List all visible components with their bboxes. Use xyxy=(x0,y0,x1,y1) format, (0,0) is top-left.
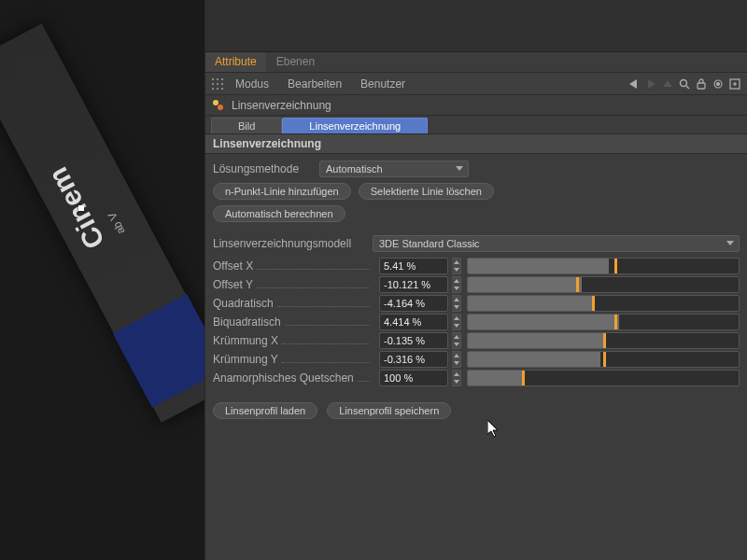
param-slider[interactable] xyxy=(467,276,740,293)
param-label: Anamorphisches Quetschen xyxy=(213,371,354,385)
lock-icon[interactable] xyxy=(695,77,708,91)
svg-rect-8 xyxy=(221,88,223,90)
btn-load-lens-profile[interactable]: Linsenprofil laden xyxy=(213,402,317,419)
subtab-bild[interactable]: Bild xyxy=(211,118,282,133)
svg-rect-14 xyxy=(698,83,705,89)
btn-add-npoint-line[interactable]: n-Punkt-Linie hinzufügen xyxy=(213,183,351,200)
param-value-field[interactable]: -4.164 % xyxy=(379,295,448,312)
param-value-field[interactable]: 4.414 % xyxy=(379,314,448,330)
editor-header-gap xyxy=(205,0,747,52)
attribute-menubar: Modus Bearbeiten Benutzer xyxy=(205,73,747,95)
spline-handle[interactable] xyxy=(78,205,84,211)
viewport[interactable]: Cinem ab V xyxy=(0,0,205,560)
object-header: Linsenverzeichnung xyxy=(205,95,747,116)
param-value-field[interactable]: 5.41 % xyxy=(379,258,448,274)
svg-marker-10 xyxy=(648,79,655,89)
param-slider[interactable] xyxy=(467,258,740,274)
svg-line-13 xyxy=(686,86,689,89)
param-spinner[interactable] xyxy=(452,314,461,330)
attribute-subtabs: Bild Linsenverzeichnung xyxy=(205,116,747,134)
param-label: Biquadratisch xyxy=(213,315,281,329)
tab-ebenen[interactable]: Ebenen xyxy=(267,52,324,72)
svg-rect-6 xyxy=(212,88,214,90)
svg-rect-2 xyxy=(221,78,223,80)
param-row: Quadratisch-4.164 % xyxy=(213,294,740,313)
param-label: Offset X xyxy=(213,259,253,273)
lens-distortion-icon xyxy=(211,98,226,113)
label-distortion-model: Linsenverzeichnungsmodell xyxy=(213,237,367,250)
param-label: Quadratisch xyxy=(213,297,274,310)
menu-bearbeiten[interactable]: Bearbeiten xyxy=(280,76,349,92)
menu-modus[interactable]: Modus xyxy=(228,76,276,92)
param-spinner[interactable] xyxy=(452,295,461,312)
param-spinner[interactable] xyxy=(452,276,461,293)
footer-buttons: Linsenprofil laden Linsenprofil speicher… xyxy=(205,395,747,427)
param-row: Biquadratisch4.414 % xyxy=(213,313,740,331)
param-row: Krümmung Y-0.316 % xyxy=(213,350,740,369)
row-solver-method: Lösungsmethode Automatisch xyxy=(213,160,740,178)
section-header: Linsenverzeichnung xyxy=(205,134,747,154)
subtab-lens[interactable]: Linsenverzeichnung xyxy=(282,118,428,133)
svg-marker-11 xyxy=(663,80,672,87)
param-label: Krümmung Y xyxy=(213,353,278,366)
param-slider[interactable] xyxy=(467,295,740,312)
param-row: Offset X5.41 % xyxy=(213,257,740,275)
svg-rect-0 xyxy=(212,78,214,80)
search-icon[interactable] xyxy=(678,77,691,91)
param-value-field[interactable]: 100 % xyxy=(379,370,448,386)
svg-marker-9 xyxy=(629,79,637,89)
param-slider[interactable] xyxy=(467,314,740,330)
tab-attribute[interactable]: Attribute xyxy=(205,52,266,72)
param-spinner[interactable] xyxy=(452,351,461,368)
panel-tabs: Attribute Ebenen xyxy=(205,52,747,73)
row-distortion-model: Linsenverzeichnungsmodell 3DE Standard C… xyxy=(213,234,740,253)
param-label: Krümmung X xyxy=(213,334,278,347)
param-row: Krümmung X-0.135 % xyxy=(213,331,740,350)
param-row: Offset Y-10.121 % xyxy=(213,275,740,294)
param-row: Anamorphisches Quetschen100 % xyxy=(213,369,740,387)
select-solver-method[interactable]: Automatisch xyxy=(319,161,469,177)
select-distortion-model[interactable]: 3DE Standard Classic xyxy=(373,235,740,252)
param-spinner[interactable] xyxy=(452,332,461,349)
btn-delete-selected-line[interactable]: Selektierte Linie löschen xyxy=(359,183,494,200)
viewport-content: Cinem ab V xyxy=(0,0,205,554)
svg-rect-4 xyxy=(217,83,218,85)
param-label: Offset Y xyxy=(213,278,253,291)
svg-rect-1 xyxy=(217,78,218,80)
param-spinner[interactable] xyxy=(452,258,461,274)
param-slider[interactable] xyxy=(467,370,740,386)
param-slider[interactable] xyxy=(467,351,740,368)
new-window-icon[interactable] xyxy=(728,77,741,91)
svg-point-12 xyxy=(681,79,687,86)
svg-rect-5 xyxy=(221,83,223,85)
svg-rect-3 xyxy=(212,83,214,85)
label-solver-method: Lösungsmethode xyxy=(213,162,314,175)
svg-rect-7 xyxy=(217,88,218,90)
nav-up-icon[interactable] xyxy=(661,77,674,91)
attribute-panel: Attribute Ebenen Modus Bearbeiten Benutz… xyxy=(205,0,747,560)
grid-icon[interactable] xyxy=(211,77,224,91)
svg-point-16 xyxy=(717,82,720,85)
object-name: Linsenverzeichnung xyxy=(232,99,331,112)
param-value-field[interactable]: -0.135 % xyxy=(379,332,448,349)
menu-benutzer[interactable]: Benutzer xyxy=(353,76,413,92)
param-value-field[interactable]: -10.121 % xyxy=(379,276,448,293)
param-spinner[interactable] xyxy=(452,370,461,386)
btn-auto-calculate[interactable]: Automatisch berechnen xyxy=(213,205,345,222)
properties-body: Lösungsmethode Automatisch n-Punkt-Linie… xyxy=(205,154,747,395)
param-slider[interactable] xyxy=(467,332,740,349)
btn-save-lens-profile[interactable]: Linsenprofil speichern xyxy=(327,402,451,419)
param-value-field[interactable]: -0.316 % xyxy=(379,351,448,368)
target-icon[interactable] xyxy=(712,77,725,91)
nav-fwd-icon[interactable] xyxy=(644,77,657,91)
nav-back-icon[interactable] xyxy=(627,77,641,91)
